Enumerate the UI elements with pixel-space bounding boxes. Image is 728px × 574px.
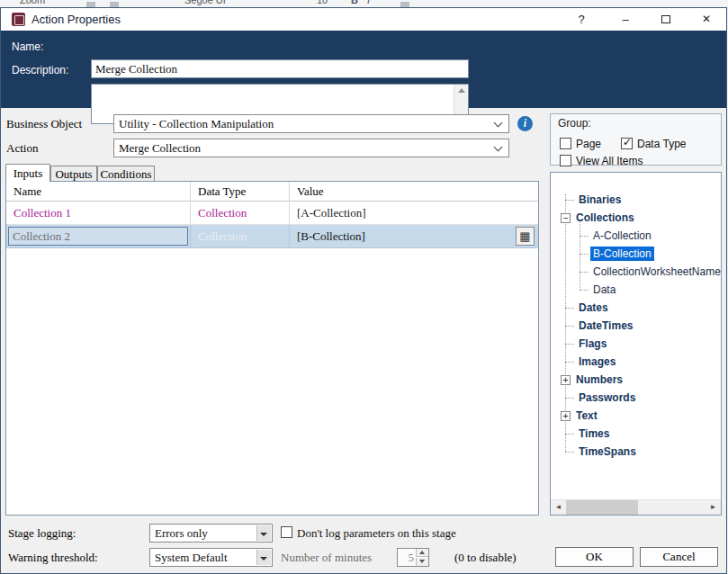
checkbox-box[interactable]: ✓ [621,138,633,149]
checkbox-label: Data Type [637,138,686,150]
column-header-name[interactable]: Name [6,182,191,202]
checkbox-label: View All Items [576,155,643,167]
cell-name[interactable]: Collection 1 [6,202,191,225]
tree-item-collectionworksheetname[interactable]: CollectionWorksheetName [551,263,722,281]
tree-item-dates[interactable]: Dates [551,299,611,317]
scrollbar-thumb[interactable] [566,500,638,515]
tree-item-times[interactable]: Times [551,425,612,443]
tree-item-label: A-Collection [590,229,654,243]
stage-logging-dropdown[interactable]: Errors only [149,524,273,543]
cell-data-type[interactable]: Collection [191,225,290,248]
tree-item-binaries[interactable]: Binaries [551,191,624,209]
value-editor-button[interactable]: ▦ [516,227,535,246]
tree-item-b-collection[interactable]: B-Collection [551,245,654,263]
tree-item-label: B-Collection [590,247,654,261]
tree-expander-plus-icon[interactable]: + [561,375,571,385]
tab-inputs[interactable]: Inputs [5,164,50,182]
stage-logging-value: Errors only [155,526,208,541]
title-bar[interactable]: Action Properties ? – ✕ [1,8,726,31]
name-edit-box[interactable]: Collection 2 [8,227,188,246]
tree-expander-plus-icon[interactable]: + [561,411,571,421]
maximize-icon [661,15,670,23]
checkbox-box[interactable]: ✓ [281,526,292,538]
table-row-collection-2[interactable]: Collection 2 Collection [B-Collection] ▦ [6,225,538,248]
dropdown-button[interactable] [256,550,271,565]
help-button[interactable]: ? [568,8,595,31]
chevron-down-icon [494,143,503,152]
business-object-dropdown[interactable]: Utility - Collection Manipulation [113,114,509,133]
chevron-down-icon [494,119,503,128]
tab-outputs[interactable]: Outputs [50,166,97,182]
close-icon: ✕ [702,13,711,25]
spin-down-icon [419,560,425,563]
column-header-value[interactable]: Value [290,182,538,202]
tree-item-label: Dates [576,300,611,315]
tree-horizontal-scrollbar[interactable]: ◄ ► [551,499,721,515]
checkbox-box[interactable]: ✓ [560,155,571,166]
tree-item-label: Collections [573,211,637,225]
tree-item-flags[interactable]: Flags [551,335,609,353]
action-label: Action [6,141,38,156]
tree-item-label: Times [576,426,612,441]
data-items-tree: Binaries−CollectionsA-CollectionB-Collec… [550,172,722,516]
scroll-right-icon[interactable]: ► [706,500,721,515]
tree-item-datetimes[interactable]: DateTimes [551,317,635,335]
tree-item-text[interactable]: +Text [551,407,600,425]
maximize-button[interactable] [652,8,679,31]
window-icon [12,13,25,26]
tree-expander-minus-icon[interactable]: − [561,213,571,223]
minutes-value: 5 [398,551,414,565]
column-header-data-type[interactable]: Data Type [191,182,290,202]
window-title: Action Properties [31,13,121,26]
action-value: Merge Collection [119,141,201,156]
tree-connector [580,254,589,255]
close-button[interactable]: ✕ [693,8,720,31]
toolbar-zoom-label: Zoom [20,0,45,5]
tree-item-label: DateTimes [576,318,635,333]
scroll-up-icon[interactable] [458,88,465,93]
group-panel: Group: ✓ Page ✓ Data Type ✓ View All Ite… [550,113,722,166]
tree-item-timespans[interactable]: TimeSpans [551,443,639,461]
tree-connector [565,362,574,363]
cell-data-type[interactable]: Collection [191,202,290,225]
spin-down-button[interactable] [416,558,428,566]
toolbar-font-name: Segoe UI [184,0,226,5]
cell-value[interactable]: [B-Collection] [290,225,538,248]
toolbar-font-size: 10 [317,0,328,5]
dropdown-arrow-icon [260,557,267,561]
tree-item-label: CollectionWorksheetName [590,265,722,279]
cancel-button[interactable]: Cancel [640,547,718,567]
minutes-spinner[interactable]: 5 [397,548,429,567]
tree-item-numbers[interactable]: +Numbers [551,371,625,389]
business-object-value: Utility - Collection Manipulation [119,117,274,131]
cell-value[interactable]: [A-Collection] [290,202,538,225]
tree-connector [565,452,574,453]
warning-threshold-dropdown[interactable]: System Default [149,548,273,567]
tree-connector [580,236,589,237]
checkbox-box[interactable]: ✓ [560,138,571,149]
tree-connector [565,308,574,309]
tab-conditions[interactable]: Conditions [97,166,155,182]
tree-connector [565,434,574,435]
minimize-button[interactable]: – [612,8,639,31]
tree-item-label: Passwords [576,390,638,405]
scroll-left-icon[interactable]: ◄ [551,500,566,515]
business-object-label: Business Object [6,117,82,131]
stage-logging-label: Stage logging: [8,526,76,541]
tree-item-collections[interactable]: −Collections [551,209,637,227]
info-icon[interactable]: i [517,116,533,131]
spin-up-button[interactable] [416,549,428,557]
tree-item-a-collection[interactable]: A-Collection [551,227,654,245]
tree-item-passwords[interactable]: Passwords [551,389,638,407]
tree-item-data[interactable]: Data [551,281,618,299]
tree-item-images[interactable]: Images [551,353,618,371]
italic-icon: I [367,0,370,5]
ok-button[interactable]: OK [555,547,634,567]
cell-name[interactable]: Collection 2 [6,225,191,248]
grid-icon: ▦ [519,229,530,243]
name-input[interactable] [91,59,469,78]
inputs-table: Name Data Type Value Collection 1 Collec… [5,181,539,516]
action-dropdown[interactable]: Merge Collection [113,139,509,157]
dropdown-button[interactable] [256,525,271,541]
table-row-collection-1[interactable]: Collection 1 Collection [A-Collection] [6,202,538,225]
